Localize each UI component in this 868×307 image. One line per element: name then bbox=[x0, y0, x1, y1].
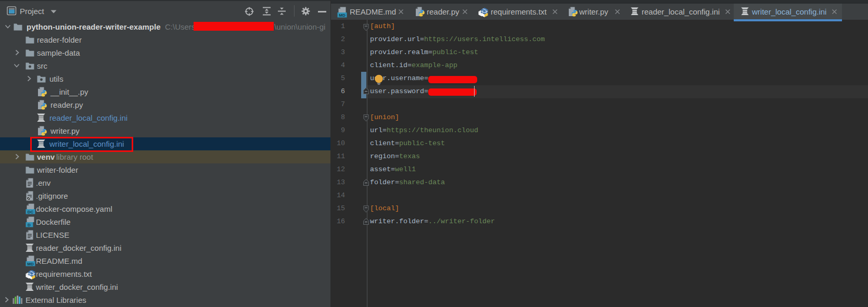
svg-text:D: D bbox=[28, 223, 31, 227]
svg-text:DC: DC bbox=[28, 210, 34, 214]
svg-text:MD: MD bbox=[27, 262, 34, 266]
svg-text:MD: MD bbox=[339, 13, 346, 18]
